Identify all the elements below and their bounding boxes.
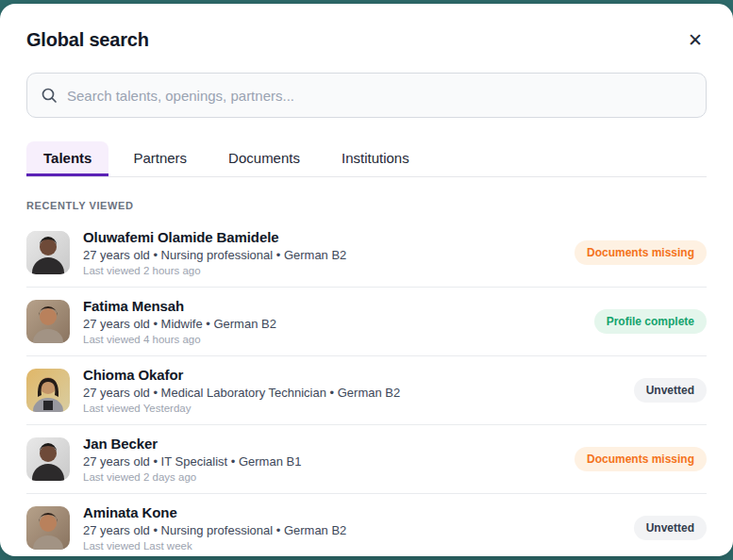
recently-viewed-heading: RECENTLY VIEWED [26,200,707,211]
avatar [26,369,70,412]
page-title: Global search [26,29,149,51]
status-badge: Documents missing [575,447,707,471]
last-viewed: Last viewed 2 days ago [83,471,561,483]
modal-header: Global search ✕ [26,29,707,51]
search-icon [41,87,58,104]
list-item[interactable]: Oluwafemi Olamide Bamidele 27 years old … [26,219,707,288]
tab-bar: Talents Partners Documents Institutions [26,141,707,177]
talent-details: 27 years old • Nursing professional • Ge… [83,248,561,262]
list-item[interactable]: Chioma Okafor 27 years old • Medical Lab… [26,356,707,425]
tab-partners[interactable]: Partners [116,141,204,176]
status-badge: Unvetted [634,378,707,403]
talent-details: 27 years old • Medical Laboratory Techni… [83,386,621,400]
avatar [26,506,70,550]
tab-talents[interactable]: Talents [26,141,108,176]
list-item[interactable]: Jan Becker 27 years old • IT Specialist … [26,425,707,494]
tab-documents[interactable]: Documents [211,141,317,176]
avatar [26,231,70,274]
talent-name: Jan Becker [83,436,561,452]
last-viewed: Last viewed Yesterday [83,403,621,414]
avatar [26,437,70,481]
talent-details: 27 years old • IT Specialist • German B1 [83,454,561,469]
results-list: Oluwafemi Olamide Bamidele 27 years old … [26,219,707,556]
tab-institutions[interactable]: Institutions [325,141,426,176]
avatar [26,300,70,343]
status-badge: Documents missing [575,240,707,265]
status-badge: Unvetted [634,516,707,540]
talent-details: 27 years old • Midwife • German B2 [83,317,581,331]
search-input[interactable] [67,88,692,104]
talent-name: Fatima Mensah [83,298,581,314]
search-box[interactable] [26,73,707,118]
last-viewed: Last viewed 2 hours ago [83,265,561,276]
talent-name: Aminata Kone [83,504,621,520]
last-viewed: Last viewed Last week [83,540,621,552]
talent-name: Chioma Okafor [83,367,621,383]
list-item[interactable]: Aminata Kone 27 years old • Nursing prof… [26,494,707,556]
last-viewed: Last viewed 4 hours ago [83,334,581,345]
global-search-modal: Global search ✕ Talents Partners Documen… [0,4,733,556]
list-item[interactable]: Fatima Mensah 27 years old • Midwife • G… [26,288,707,356]
talent-details: 27 years old • Nursing professional • Ge… [83,523,621,537]
talent-name: Oluwafemi Olamide Bamidele [83,229,561,245]
status-badge: Profile complete [594,309,707,334]
close-icon[interactable]: ✕ [684,29,707,51]
